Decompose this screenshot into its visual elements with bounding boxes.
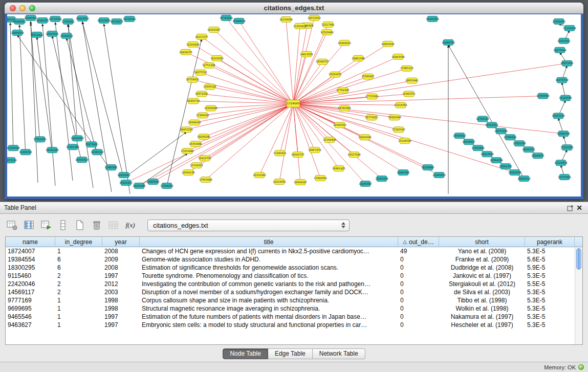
table-cell: 9115460 <box>6 272 55 280</box>
graph-node-label: 13216062 <box>394 103 407 106</box>
citation-edge[interactable] <box>205 104 293 159</box>
citation-edge[interactable] <box>193 101 293 104</box>
citation-edge[interactable] <box>286 19 293 104</box>
table-row[interactable]: 946362711997Embryonic stem cells: a mode… <box>6 321 575 329</box>
citation-edge[interactable] <box>293 96 543 104</box>
citation-edge[interactable] <box>52 36 82 163</box>
graph-node-label: 13220651 <box>329 73 341 76</box>
citation-edge[interactable] <box>153 104 293 182</box>
citation-edge[interactable] <box>210 87 293 104</box>
column-header-name[interactable]: name <box>6 237 55 247</box>
citation-edge[interactable] <box>293 62 322 104</box>
citation-edge[interactable] <box>42 24 55 186</box>
table-cell: 0 <box>398 255 439 264</box>
table-cell: 5.3E-5 <box>525 272 575 280</box>
delete-table-button[interactable] <box>90 218 103 232</box>
tab-edge-table[interactable]: Edge Table <box>268 348 313 359</box>
citation-edge[interactable] <box>55 23 73 181</box>
table-row[interactable]: 1938455462009Genome-wide association stu… <box>6 255 575 264</box>
table-source-dropdown[interactable]: citations_edges.txt <box>147 220 350 231</box>
table-row[interactable]: 969969511998Structural magnetic resonanc… <box>6 304 575 313</box>
column-header-out-degree[interactable]: △ out_de… <box>398 237 439 247</box>
citation-edge[interactable] <box>10 23 13 151</box>
tab-node-table[interactable]: Node Table <box>223 348 268 359</box>
table-row[interactable]: 2242004622012Investigating the contribut… <box>6 280 575 288</box>
column-header-title[interactable]: title <box>140 237 398 247</box>
citation-edge[interactable] <box>293 104 298 155</box>
function-builder-button[interactable]: f(x) <box>123 218 137 232</box>
memory-ok-icon[interactable] <box>578 364 584 370</box>
tab-network-table[interactable]: Network Table <box>313 348 365 359</box>
graph-node-label: 16504312 <box>485 123 498 126</box>
citation-edge[interactable] <box>37 37 52 153</box>
citation-edge[interactable] <box>293 104 315 150</box>
citation-edge[interactable] <box>126 104 293 183</box>
table-cell: 0 <box>398 321 439 329</box>
citation-edge[interactable] <box>293 57 398 104</box>
table-row[interactable]: 1830029562008Estimation of significance … <box>6 264 575 272</box>
column-header-in-degree[interactable]: in_degree <box>55 237 102 247</box>
network-graph[interactable]: 1986019216494352129409011818033115572052… <box>7 14 581 196</box>
citation-edge[interactable] <box>68 25 93 188</box>
graph-node-label: 16649614 <box>232 19 245 23</box>
import-table-button[interactable] <box>39 218 53 232</box>
table-row[interactable]: 946554611997Estimation of the future num… <box>6 313 575 321</box>
citation-edge[interactable] <box>187 104 293 151</box>
table-row[interactable]: 1872400712008Changes of HCN gene express… <box>6 247 575 255</box>
citation-edge[interactable] <box>214 30 293 104</box>
citation-edge[interactable] <box>293 81 412 104</box>
table-row[interactable]: 977716911998Corpus callosum shape and si… <box>6 296 575 304</box>
citation-edge[interactable] <box>279 104 293 182</box>
citation-edge[interactable] <box>293 63 567 104</box>
table-disabled-button[interactable] <box>106 218 120 232</box>
float-panel-icon[interactable] <box>565 204 575 212</box>
table-source-value: citations_edges.txt <box>153 222 339 229</box>
graph-node-label: 17999354 <box>314 177 326 180</box>
table-row[interactable]: 911546021997Tourette syndrome. Phenomeno… <box>6 272 575 280</box>
citation-edge[interactable] <box>293 26 307 104</box>
citation-edge[interactable] <box>448 45 524 179</box>
graph-node-label: 16249875 <box>531 154 544 157</box>
new-document-button[interactable] <box>73 218 86 232</box>
column-header-short[interactable]: short <box>439 237 525 247</box>
citation-edge[interactable] <box>293 94 409 104</box>
graph-node-label: 15290312 <box>19 150 32 154</box>
network-canvas[interactable]: 1986019216494352129409011818033115572052… <box>5 14 583 199</box>
citation-edge[interactable] <box>192 80 293 104</box>
graph-node-label: 18672291 <box>195 92 208 95</box>
graph-node-label: 16961425 <box>332 167 345 170</box>
table-cell: 1997 <box>102 321 140 329</box>
table-cell: Wolkin et al. (1998) <box>439 304 525 313</box>
citation-edge[interactable] <box>293 104 563 134</box>
citation-edge[interactable] <box>206 104 293 180</box>
graph-node-label: 14512421 <box>30 33 43 36</box>
citation-edge[interactable] <box>202 37 293 104</box>
graph-node-label: 18162087 <box>207 28 220 31</box>
network-window-titlebar[interactable]: citations_edges.txt <box>5 3 583 14</box>
citation-edge[interactable] <box>139 104 293 186</box>
citation-edge[interactable] <box>293 18 314 104</box>
graph-node-label: 17985103 <box>400 67 413 70</box>
table-settings-button[interactable] <box>5 218 19 232</box>
graph-node-label: 19306716 <box>187 99 200 102</box>
select-columns-button[interactable] <box>22 218 36 232</box>
table-cell: 0 <box>398 272 439 280</box>
citation-edge[interactable] <box>82 22 124 178</box>
close-panel-icon[interactable]: ✕ <box>575 204 584 212</box>
network-window-title: citations_edges.txt <box>5 4 583 12</box>
citation-edge[interactable] <box>124 132 186 178</box>
citation-edge[interactable] <box>19 25 26 155</box>
graph-node-label: 16774221 <box>365 116 378 119</box>
scrollbar-thumb[interactable] <box>576 248 581 270</box>
table-cell: 22420046 <box>6 280 55 288</box>
table-cell: 1 <box>55 321 102 329</box>
citation-edge[interactable] <box>226 18 293 104</box>
column-header-year[interactable]: year <box>102 237 140 247</box>
table-cell: 5.3E-5 <box>525 321 575 329</box>
network-window[interactable]: citations_edges.txt 19860192164943521294… <box>5 3 583 199</box>
vertical-scrollbar[interactable] <box>575 247 582 344</box>
rows-button[interactable] <box>56 218 70 232</box>
column-header-pagerank[interactable]: pagerank <box>525 237 575 247</box>
graph-node-label: 18234095 <box>133 184 145 187</box>
table-row[interactable]: 1456911722003Disruption of a novel membe… <box>6 288 575 296</box>
